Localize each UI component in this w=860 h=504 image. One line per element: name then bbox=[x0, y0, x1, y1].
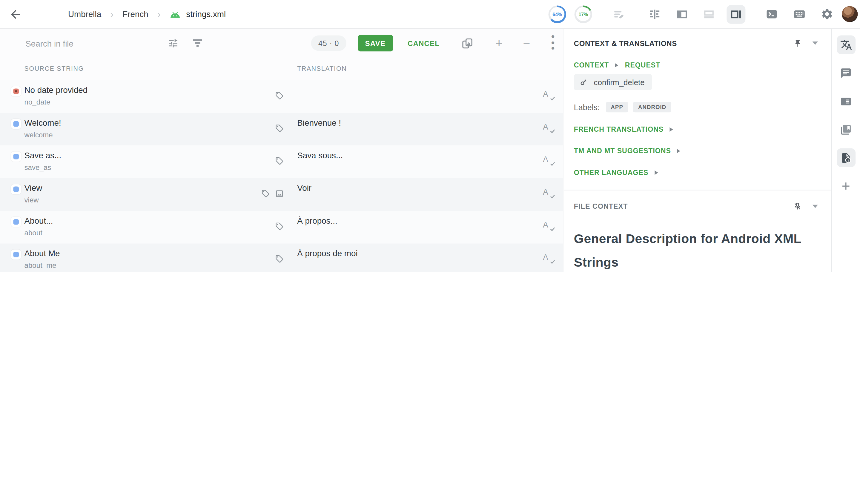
filter-settings-icon[interactable] bbox=[168, 38, 179, 51]
table-row[interactable]: Save as... save_as Sava sous... A bbox=[0, 145, 563, 178]
table-row[interactable]: About... about À propos... A bbox=[0, 211, 563, 243]
file-context-header: FILE CONTEXT bbox=[574, 202, 818, 211]
copy-source-button[interactable] bbox=[461, 37, 474, 49]
filter-icon[interactable] bbox=[192, 40, 202, 49]
chevron-right-icon bbox=[615, 63, 618, 68]
spellcheck-icon[interactable]: A bbox=[543, 187, 554, 199]
file-context-title: FILE CONTEXT bbox=[574, 202, 628, 210]
status-translated-icon bbox=[11, 152, 21, 161]
pin-icon[interactable] bbox=[794, 39, 802, 47]
chevron-right-icon: › bbox=[157, 9, 161, 19]
file-context-document: General Description for Android XML Stri… bbox=[574, 227, 818, 272]
string-key: save_as bbox=[25, 163, 51, 172]
approval-progress-value: 17% bbox=[575, 5, 592, 23]
unpin-icon[interactable] bbox=[793, 202, 802, 211]
spellcheck-icon[interactable]: A bbox=[543, 220, 554, 232]
panel-title: CONTEXT & TRANSLATIONS bbox=[574, 39, 677, 47]
request-context-link[interactable]: REQUEST bbox=[625, 61, 660, 69]
panel-divider bbox=[564, 190, 831, 190]
save-button[interactable]: SAVE bbox=[358, 35, 392, 52]
cancel-button[interactable]: CANCEL bbox=[404, 39, 443, 48]
tag-icon[interactable] bbox=[275, 124, 284, 133]
chevron-right-icon: › bbox=[110, 9, 114, 19]
approval-progress-ring[interactable]: 17% bbox=[575, 5, 592, 23]
keyboard-shortcuts-button[interactable] bbox=[793, 8, 806, 20]
source-string: About... bbox=[25, 216, 53, 226]
table-row[interactable]: About Me about_me À propos de moi A bbox=[0, 243, 563, 272]
context-link[interactable]: CONTEXT bbox=[574, 61, 618, 69]
tab-terms[interactable] bbox=[836, 92, 855, 111]
panel-switcher-rail: + bbox=[831, 29, 860, 272]
breadcrumb-file[interactable]: strings.xml bbox=[186, 10, 226, 19]
tab-file-context[interactable] bbox=[836, 148, 855, 167]
zoom-out-button[interactable]: − bbox=[523, 37, 530, 49]
chevron-right-icon bbox=[677, 149, 680, 154]
string-key-badge[interactable]: confirm_delete bbox=[574, 74, 652, 90]
view-bottom-panel-button[interactable] bbox=[700, 5, 718, 24]
file-info-icon bbox=[840, 152, 852, 164]
status-untranslated-icon bbox=[11, 86, 21, 96]
view-right-panel-button[interactable] bbox=[727, 5, 745, 24]
table-row[interactable]: View view Voir A bbox=[0, 178, 563, 211]
file-context-collapse-icon[interactable] bbox=[813, 205, 818, 208]
tab-comments[interactable] bbox=[836, 63, 855, 83]
source-string: Save as... bbox=[25, 150, 61, 160]
console-button[interactable] bbox=[765, 8, 778, 20]
menu-icon[interactable] bbox=[35, 10, 46, 18]
tag-icon[interactable] bbox=[275, 255, 284, 264]
view-side-by-side-button[interactable] bbox=[672, 5, 691, 24]
translation-progress-ring[interactable]: 64% bbox=[548, 5, 566, 23]
user-avatar[interactable] bbox=[842, 6, 858, 22]
breadcrumb: Umbrella › French › strings.xml bbox=[68, 9, 226, 19]
plus-icon: + bbox=[842, 179, 850, 193]
spellcheck-icon[interactable]: A bbox=[543, 252, 554, 264]
translation-text: Voir bbox=[297, 183, 312, 192]
tab-translations[interactable] bbox=[836, 35, 855, 54]
screenshot-icon[interactable] bbox=[275, 189, 284, 198]
chevron-right-icon bbox=[670, 127, 673, 132]
breadcrumb-project[interactable]: Umbrella bbox=[68, 10, 101, 19]
strings-list-pane: 45 · 0 SAVE CANCEL + − ••• SOURCE STRING… bbox=[0, 29, 563, 272]
labels-row: Labels: APP ANDROID bbox=[574, 102, 818, 112]
tag-icon[interactable] bbox=[275, 156, 284, 165]
view-comfortable-button[interactable] bbox=[645, 5, 664, 24]
keyboard-icon bbox=[793, 8, 806, 20]
translate-icon bbox=[840, 39, 852, 51]
status-translated-icon bbox=[11, 184, 21, 194]
zoom-in-button[interactable]: + bbox=[496, 37, 503, 49]
tab-dictionary[interactable] bbox=[836, 120, 855, 139]
draft-notes-icon[interactable] bbox=[612, 8, 625, 20]
spellcheck-icon[interactable]: A bbox=[543, 154, 554, 167]
tag-icon[interactable] bbox=[275, 222, 284, 231]
spellcheck-icon[interactable]: A bbox=[543, 122, 554, 134]
add-panel-button[interactable]: + bbox=[836, 176, 855, 195]
breadcrumb-language[interactable]: French bbox=[123, 10, 148, 19]
android-icon bbox=[170, 10, 181, 18]
source-string: About Me bbox=[25, 248, 60, 258]
section-tm-mt-suggestions[interactable]: TM AND MT SUGGESTIONS bbox=[574, 147, 680, 155]
tag-icon[interactable] bbox=[275, 91, 284, 100]
left-panel-view-icon bbox=[675, 8, 688, 20]
tag-icon[interactable] bbox=[261, 189, 270, 198]
translation-progress-value: 64% bbox=[548, 5, 566, 23]
panel-collapse-icon[interactable] bbox=[813, 42, 818, 45]
table-header: SOURCE STRING TRANSLATION bbox=[0, 58, 563, 80]
more-options-icon[interactable]: ••• bbox=[551, 34, 555, 52]
string-key: about bbox=[25, 228, 42, 237]
table-row[interactable]: No date provided no_date A bbox=[0, 80, 563, 113]
top-bar: Umbrella › French › strings.xml 64% 17% bbox=[0, 0, 860, 29]
label-badge[interactable]: ANDROID bbox=[633, 102, 671, 112]
string-key: about_me bbox=[25, 261, 56, 270]
section-french-translations[interactable]: FRENCH TRANSLATIONS bbox=[574, 126, 673, 133]
section-other-languages[interactable]: OTHER LANGUAGES bbox=[574, 169, 658, 176]
label-badge[interactable]: APP bbox=[606, 102, 628, 112]
translation-text: À propos de moi bbox=[297, 248, 357, 258]
search-input[interactable] bbox=[25, 29, 157, 57]
back-button[interactable] bbox=[9, 8, 22, 20]
table-row[interactable]: Welcome! welcome Bienvenue ! A bbox=[0, 113, 563, 145]
source-column-header: SOURCE STRING bbox=[25, 66, 84, 72]
spellcheck-icon[interactable]: A bbox=[543, 89, 554, 101]
translation-text: Sava sous... bbox=[297, 150, 343, 160]
translation-text: À propos... bbox=[297, 216, 337, 226]
settings-button[interactable] bbox=[820, 8, 833, 20]
